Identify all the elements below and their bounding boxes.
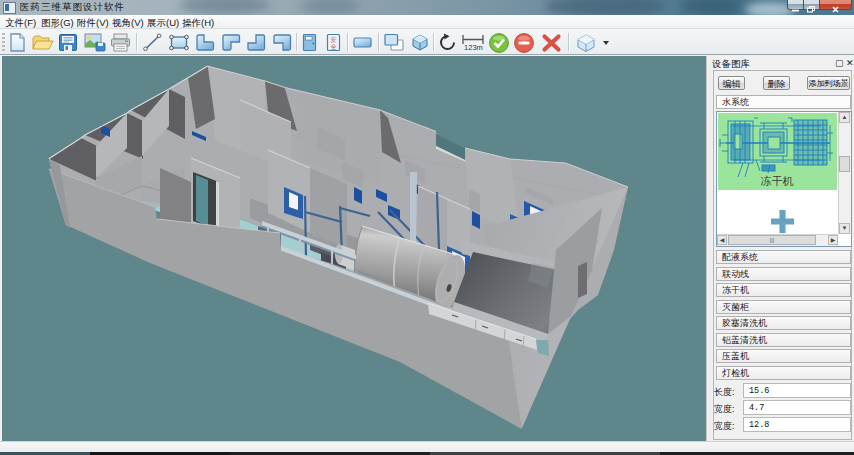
svg-text:123m: 123m [464, 43, 483, 52]
svg-text:全: 全 [330, 43, 337, 50]
svg-text:安: 安 [330, 36, 337, 43]
